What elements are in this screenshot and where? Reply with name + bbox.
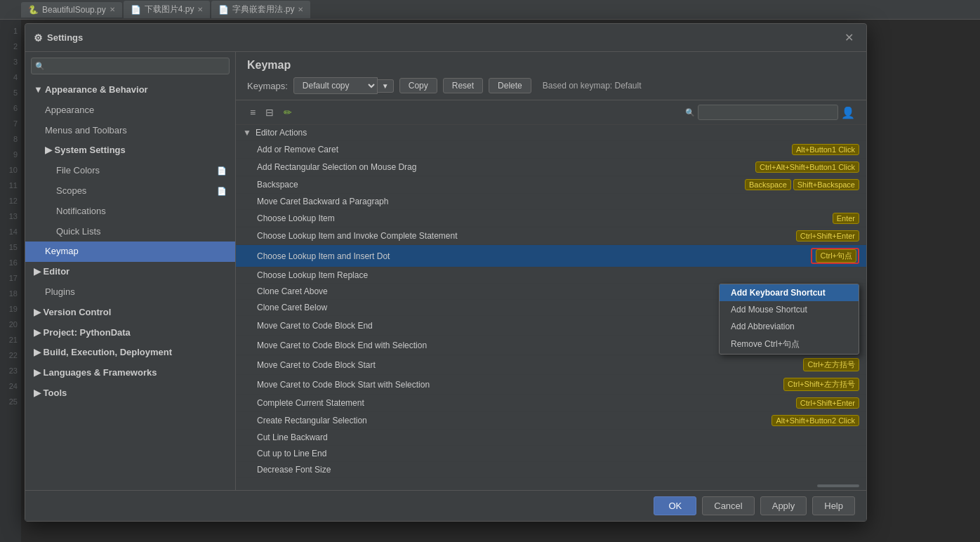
sidebar-item[interactable]: ▶ Editor xyxy=(25,262,235,282)
line-number: 3 xyxy=(13,54,18,70)
line-number: 25 xyxy=(9,394,18,409)
shortcut-tag: Ctrl+Alt+Shift+Button1 Click xyxy=(755,161,859,173)
expand-all-btn[interactable]: ≡ xyxy=(247,105,258,119)
sidebar-item[interactable]: ▶ Languages & Frameworks xyxy=(25,363,235,383)
shortcut-cell: Alt+Shift+Button2 Click xyxy=(637,412,866,430)
ide-tab[interactable]: 📄字典嵌套用法.py✕ xyxy=(211,1,310,18)
sidebar-item-label: ▼ Appearance & Behavior xyxy=(34,83,148,98)
sidebar-item[interactable]: Menus and Toolbars xyxy=(25,121,235,141)
table-row[interactable]: Cut up to Line End xyxy=(236,446,866,462)
table-row[interactable]: Add Rectangular Selection on Mouse Drag … xyxy=(236,159,866,176)
context-menu-item[interactable]: Add Mouse Shortcut xyxy=(720,301,859,318)
line-number: 23 xyxy=(9,363,18,378)
shortcut-tag: Backspace xyxy=(745,179,791,190)
action-name: Choose Lookup Item Replace xyxy=(236,267,637,284)
sidebar-search-wrapper: 🔍 xyxy=(31,58,230,74)
line-number: 12 xyxy=(9,193,18,209)
action-name: Clone Caret Below xyxy=(236,300,637,316)
sidebar-item[interactable]: ▼ Appearance & Behavior xyxy=(25,80,235,100)
toolbar-search-input[interactable] xyxy=(698,105,838,120)
delete-button[interactable]: Delete xyxy=(489,78,531,93)
line-number: 19 xyxy=(9,301,18,317)
ide-tab[interactable]: 📄下载图片4.py✕ xyxy=(124,1,211,18)
based-on-text: Based on keymap: Default xyxy=(543,81,642,91)
sidebar-item[interactable]: Keymap xyxy=(25,242,235,262)
ok-button[interactable]: OK xyxy=(654,496,696,515)
close-tab-icon[interactable]: ✕ xyxy=(110,6,115,13)
table-row[interactable]: Choose Lookup Item and Invoke Complete S… xyxy=(236,227,866,245)
table-row[interactable]: Move Caret to Code Block Start with Sele… xyxy=(236,375,866,395)
sidebar-item[interactable]: ▶ Build, Execution, Deployment xyxy=(25,343,235,363)
edit-btn[interactable]: ✏ xyxy=(281,105,295,119)
shortcut-tag: Ctrl+左方括号 xyxy=(803,358,859,371)
settings-icon: ⚙ xyxy=(34,32,43,44)
dialog-footer: OK Cancel Apply Help xyxy=(25,490,866,521)
table-row[interactable]: Add or Remove Caret Alt+Button1 Click xyxy=(236,141,866,159)
table-row[interactable]: Decrease Font Size xyxy=(236,462,866,478)
help-button[interactable]: Help xyxy=(812,496,855,515)
sidebar-item[interactable]: ▶ System Settings xyxy=(25,140,235,161)
shortcut-cell: Enter xyxy=(637,210,866,227)
shortcut-tag: Alt+Button1 Click xyxy=(792,144,859,155)
sidebar-item-label: ▶ Languages & Frameworks xyxy=(34,366,157,381)
action-name: Cut up to Line End xyxy=(236,446,637,462)
line-number: 15 xyxy=(9,239,18,255)
close-button[interactable]: ✕ xyxy=(840,29,858,46)
tab-icon: 📄 xyxy=(131,5,141,15)
keymap-controls: Keymaps: Default copy ▼ Copy Reset Delet… xyxy=(247,77,855,94)
apply-button[interactable]: Apply xyxy=(760,496,807,515)
close-tab-icon[interactable]: ✕ xyxy=(298,6,303,13)
shortcut-cell: BackspaceShift+Backspace xyxy=(637,176,866,194)
table-row[interactable]: Create Rectangular Selection Alt+Shift+B… xyxy=(236,412,866,430)
ide-tab[interactable]: 🐍BeautifulSoup.py✕ xyxy=(21,2,122,18)
line-number: 9 xyxy=(13,147,18,162)
line-number: 21 xyxy=(9,332,18,348)
close-tab-icon[interactable]: ✕ xyxy=(197,6,203,13)
sidebar-item-label: Keymap xyxy=(45,244,79,259)
sidebar-item[interactable]: Notifications xyxy=(25,201,235,222)
table-row[interactable]: Cut Line Backward xyxy=(236,430,866,446)
table-row[interactable]: Choose Lookup Item and Insert Dot Ctrl+句… xyxy=(236,245,866,267)
sidebar-item[interactable]: Scopes📄 xyxy=(25,181,235,201)
sidebar-item[interactable]: Plugins xyxy=(25,282,235,303)
page-icon: 📄 xyxy=(217,165,227,178)
sidebar-item[interactable]: Appearance xyxy=(25,100,235,121)
table-row[interactable]: Move Caret Backward a Paragraph xyxy=(236,194,866,210)
sidebar-item[interactable]: ▶ Version Control xyxy=(25,303,235,323)
line-number: 7 xyxy=(13,116,18,131)
shortcut-cell: Ctrl+句点 xyxy=(637,245,866,267)
section-label: Editor Actions xyxy=(256,128,307,138)
table-row[interactable]: Complete Current Statement Ctrl+Shift+En… xyxy=(236,395,866,412)
shortcut-tag: Alt+Shift+Button2 Click xyxy=(772,415,859,426)
table-row[interactable]: Move Caret to Code Block Start Ctrl+左方括号 xyxy=(236,355,866,375)
action-name: Move Caret to Code Block End xyxy=(236,316,637,336)
table-row[interactable]: Choose Lookup Item Enter xyxy=(236,210,866,227)
action-name: Decrease Font Size xyxy=(236,462,637,478)
action-name: Move Caret to Code Block End with Select… xyxy=(236,336,637,355)
search-icon: 🔍 xyxy=(35,62,45,71)
shortcut-cell xyxy=(637,430,866,446)
sidebar-item[interactable]: File Colors📄 xyxy=(25,161,235,181)
sidebar-item[interactable]: ▶ Tools xyxy=(25,383,235,404)
dialog-overlay: ⚙ Settings ✕ 🔍 ▼ Appearance & BehaviorAp… xyxy=(21,20,870,525)
action-name: Complete Current Statement xyxy=(236,395,637,412)
toolbar-left: ≡ ⊟ ✏ xyxy=(247,105,295,119)
context-menu-item[interactable]: Remove Ctrl+句点 xyxy=(720,335,859,354)
shortcut-tag: Ctrl+句点 xyxy=(816,249,856,263)
collapse-all-btn[interactable]: ⊟ xyxy=(263,105,277,119)
table-row[interactable]: Backspace BackspaceShift+Backspace xyxy=(236,176,866,194)
shortcut-tag: Ctrl+Shift+Enter xyxy=(796,230,859,242)
copy-button[interactable]: Copy xyxy=(399,78,437,93)
keymap-select[interactable]: Default copy xyxy=(293,77,378,94)
table-row[interactable]: Choose Lookup Item Replace xyxy=(236,267,866,284)
sidebar-item[interactable]: ▶ Project: PythonData xyxy=(25,323,235,343)
keymap-dropdown-btn[interactable]: ▼ xyxy=(378,79,394,93)
dialog-title: ⚙ Settings xyxy=(34,32,83,44)
sidebar-search-input[interactable] xyxy=(31,58,230,74)
context-menu-item[interactable]: Add Keyboard Shortcut xyxy=(720,284,859,301)
action-name: Clone Caret Above xyxy=(236,284,637,300)
reset-button[interactable]: Reset xyxy=(443,78,483,93)
context-menu-item[interactable]: Add Abbreviation xyxy=(720,318,859,335)
cancel-button[interactable]: Cancel xyxy=(702,496,754,515)
sidebar-item[interactable]: Quick Lists xyxy=(25,222,235,242)
